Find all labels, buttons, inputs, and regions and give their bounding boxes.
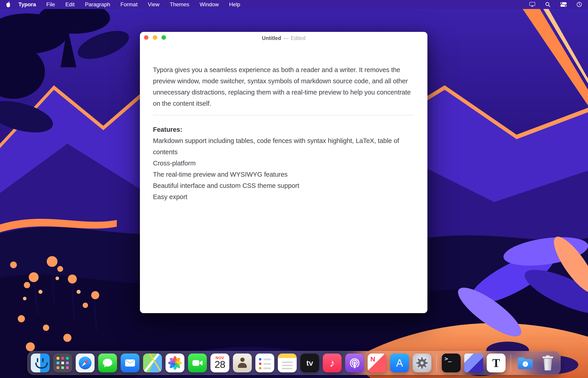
dock-item-tv[interactable] [300, 353, 319, 372]
menu-app-name[interactable]: Typora [18, 1, 36, 8]
dock-item-mail[interactable] [121, 353, 140, 372]
menu-item-format[interactable]: Format [120, 1, 138, 8]
feature-line[interactable]: The real-time preview and WYSIWYG featur… [153, 169, 414, 180]
dock-item-settings[interactable] [413, 353, 432, 372]
search-icon[interactable] [545, 1, 551, 7]
dock-item-launchpad[interactable] [53, 353, 72, 372]
dock: NOV28 [28, 351, 560, 375]
menu-item-file[interactable]: File [46, 1, 55, 8]
menu-item-window[interactable]: Window [200, 1, 219, 8]
dock-item-safari[interactable] [76, 353, 95, 372]
control-center-icon[interactable] [560, 1, 567, 7]
typora-window: Untitled — Edited Typora gives you a sea… [140, 32, 427, 313]
feature-line[interactable]: Cross-platform [153, 158, 414, 169]
menu-item-themes[interactable]: Themes [170, 1, 189, 8]
dock-separator [436, 354, 437, 372]
dock-item-messages[interactable] [98, 353, 117, 372]
dock-item-finder[interactable] [31, 353, 50, 372]
editor-area[interactable]: Typora gives you a seamless experience a… [140, 44, 427, 202]
window-title: Untitled — Edited [140, 32, 427, 44]
display-icon[interactable] [529, 1, 535, 7]
dock-item-downloads[interactable] [516, 353, 535, 372]
dock-item-music[interactable] [323, 353, 342, 372]
dock-item-appstore[interactable] [390, 353, 409, 372]
title-dash: — [283, 35, 289, 41]
menu-item-edit[interactable]: Edit [65, 1, 75, 8]
dock-item-reminders[interactable] [255, 353, 274, 372]
dock-item-trash[interactable] [538, 353, 557, 372]
apple-menu[interactable] [6, 1, 11, 7]
download-arrow-icon [523, 361, 528, 367]
menu-items: FileEditParagraphFormatViewThemesWindowH… [46, 1, 240, 8]
document-title: Untitled [262, 35, 281, 41]
dock-item-podcasts[interactable] [345, 353, 364, 372]
feature-line[interactable]: Markdown support including tables, code … [153, 135, 414, 158]
menu-item-paragraph[interactable]: Paragraph [85, 1, 110, 8]
dock-item-terminal[interactable] [442, 353, 461, 372]
features-list: Markdown support including tables, code … [153, 135, 414, 202]
dock-item-calendar[interactable]: NOV28 [210, 353, 229, 372]
calendar-day: 28 [210, 359, 229, 370]
clock-icon[interactable] [576, 1, 582, 7]
dock-item-typora[interactable] [487, 353, 505, 372]
dock-item-contacts[interactable] [233, 353, 252, 372]
edited-status: Edited [291, 35, 306, 41]
dock-item-maps[interactable] [143, 353, 162, 372]
features-heading[interactable]: Features: [153, 124, 414, 135]
intro-paragraph[interactable]: Typora gives you a seamless experience a… [153, 64, 414, 109]
apple-icon [6, 1, 11, 7]
dock-item-notes[interactable] [278, 353, 297, 372]
feature-line[interactable]: Easy export [153, 191, 414, 202]
menu-item-help[interactable]: Help [229, 1, 240, 8]
window-titlebar[interactable]: Untitled — Edited [140, 32, 427, 44]
gear-icon [416, 356, 429, 369]
dock-item-facetime[interactable] [188, 353, 207, 372]
menu-item-view[interactable]: View [148, 1, 159, 8]
dock-separator [511, 354, 511, 372]
dock-item-news[interactable] [368, 353, 387, 372]
dock-item-photos[interactable] [166, 353, 184, 372]
menu-bar: Typora FileEditParagraphFormatViewThemes… [0, 0, 588, 9]
feature-line[interactable]: Beautiful interface and custom CSS theme… [153, 180, 414, 191]
dock-item-preview[interactable] [464, 353, 483, 372]
horizontal-rule [153, 115, 414, 115]
menu-status-icons [529, 1, 582, 7]
